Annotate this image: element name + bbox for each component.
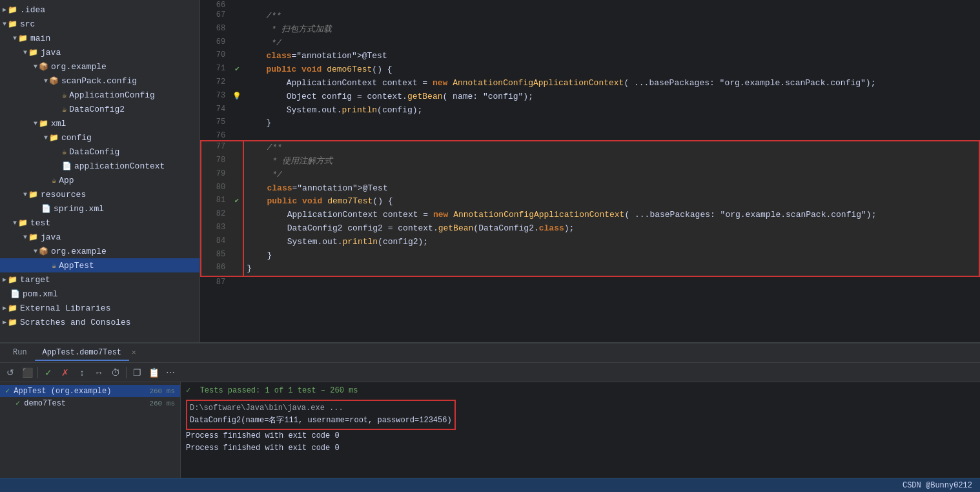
tree-item-ApplicationConfig[interactable]: ☕ ApplicationConfig xyxy=(0,88,199,102)
tree-arrow-config[interactable]: ▼ xyxy=(44,134,48,141)
tree-item-main[interactable]: ▼ 📁 main xyxy=(0,31,199,45)
tree-item-xml[interactable]: ▼ 📁 xml xyxy=(0,116,199,130)
tree-item-applicationContext[interactable]: 📄 applicationContext xyxy=(0,159,199,173)
line-number-82: 82 xyxy=(201,209,230,222)
tree-item-src[interactable]: ▼ 📁 src xyxy=(0,17,199,31)
code-content-76[interactable] xyxy=(243,130,979,141)
code-content-84[interactable]: System.out.println(config2); xyxy=(243,236,979,249)
tree-item-scanPack.config[interactable]: ▼ 📦 scanPack.config xyxy=(0,74,199,88)
code-content-68[interactable]: * 扫包方式加载 xyxy=(243,23,979,37)
toolbar-sort-btn[interactable]: ↕ xyxy=(74,365,90,380)
code-line-82: 82 ApplicationContext context = new Anno… xyxy=(201,209,979,222)
tree-arrow-xml[interactable]: ▼ xyxy=(34,120,37,127)
tree-item-ExternalLibraries[interactable]: ▶ 📁 External Libraries xyxy=(0,301,199,315)
tree-item-resources[interactable]: ▼ 📁 resources xyxy=(0,187,199,201)
tree-item-spring.xml[interactable]: 📄 spring.xml xyxy=(0,201,199,216)
code-content-86[interactable]: } xyxy=(243,262,979,276)
code-editor[interactable]: 6667 /**68 * 扫包方式加载69 */70 class="annota… xyxy=(200,0,980,342)
tree-item-ScratchesAndConsoles[interactable]: ▶ 📁 Scratches and Consoles xyxy=(0,315,199,329)
toolbar-check-btn[interactable]: ✓ xyxy=(41,365,56,380)
toolbar-time-btn[interactable]: ⏱ xyxy=(108,365,123,380)
code-content-78[interactable]: * 使用注解方式 xyxy=(243,155,979,169)
tree-item-org.example[interactable]: ▼ 📦 org.example xyxy=(0,59,199,74)
code-content-81[interactable]: public void demo7Test() { xyxy=(243,195,979,209)
code-content-83[interactable]: DataConfig2 config2 = context.getBean(Da… xyxy=(243,222,979,236)
code-line-71: 71✔ public void demo6Test() { xyxy=(201,63,979,77)
tab-close-btn[interactable]: ✕ xyxy=(129,345,139,360)
package-icon-org.example: 📦 xyxy=(39,62,48,72)
tree-item-java[interactable]: ▼ 📁 java xyxy=(0,45,199,59)
toolbar-more-btn[interactable]: ⋯ xyxy=(163,365,178,380)
console-area[interactable]: ✓ Tests passed: 1 of 1 test – 260 ms D:\… xyxy=(181,382,980,478)
line-icon-83 xyxy=(230,222,243,236)
toolbar-paste-btn[interactable]: 📋 xyxy=(146,365,161,380)
tree-item-test[interactable]: ▼ 📁 test xyxy=(0,216,199,230)
toolbar-copy-btn[interactable]: ❐ xyxy=(129,365,145,380)
test-tree-item[interactable]: ✓AppTest (org.example)260 ms xyxy=(0,385,180,397)
tree-item-org.example2[interactable]: ▼ 📦 org.example xyxy=(0,244,199,258)
code-content-71[interactable]: public void demo6Test() { xyxy=(243,63,979,77)
tree-arrow-java[interactable]: ▼ xyxy=(23,49,27,56)
code-content-82[interactable]: ApplicationContext context = new Annotat… xyxy=(243,209,979,222)
line-icon-86 xyxy=(230,262,243,276)
tree-item-App[interactable]: ☕ App xyxy=(0,173,199,187)
tree-arrow-ExternalLibraries[interactable]: ▶ xyxy=(3,304,6,312)
test-item-time: 260 ms xyxy=(149,387,175,395)
tree-arrow-org.example2[interactable]: ▼ xyxy=(34,248,37,255)
code-content-85[interactable]: } xyxy=(243,249,979,263)
tree-item-AppTest[interactable]: ☕ AppTest xyxy=(0,258,199,272)
line-icon-84 xyxy=(230,236,243,249)
code-content-79[interactable]: */ xyxy=(243,169,979,182)
tree-arrow-org.example[interactable]: ▼ xyxy=(34,63,37,70)
code-content-73[interactable]: Object config = context.getBean( name: "… xyxy=(243,90,979,104)
tree-item-idea[interactable]: ▶ 📁 .idea xyxy=(0,3,199,17)
tree-item-target[interactable]: ▶ 📁 target xyxy=(0,272,199,287)
toolbar-expand-btn[interactable]: ↔ xyxy=(91,365,107,380)
tree-arrow-scanPack.config[interactable]: ▼ xyxy=(44,77,48,85)
code-content-87[interactable] xyxy=(243,276,979,287)
tree-item-DataConfig2[interactable]: ☕ DataConfig2 xyxy=(0,102,199,116)
code-line-76: 76 xyxy=(201,130,979,141)
code-content-66[interactable] xyxy=(243,0,979,10)
java-icon-ApplicationConfig: ☕ xyxy=(62,90,66,100)
code-line-66: 66 xyxy=(201,0,979,10)
toolbar-rerun-btn[interactable]: ↺ xyxy=(3,365,18,380)
tree-arrow-ScratchesAndConsoles[interactable]: ▶ xyxy=(3,318,6,326)
tree-arrow-src[interactable]: ▼ xyxy=(3,21,6,28)
toolbar-cross-btn[interactable]: ✗ xyxy=(57,365,73,380)
test-tree[interactable]: ✓AppTest (org.example)260 ms✓demo7Test26… xyxy=(0,382,181,478)
line-number-69: 69 xyxy=(201,37,230,50)
tree-label-resources: resources xyxy=(41,190,86,200)
code-line-79: 79 */ xyxy=(201,169,979,182)
status-text: CSDN @Bunny0212 xyxy=(903,481,972,490)
code-content-69[interactable]: */ xyxy=(243,37,979,50)
line-number-75: 75 xyxy=(201,117,230,130)
tree-arrow-idea[interactable]: ▶ xyxy=(3,6,6,14)
code-content-75[interactable]: } xyxy=(243,117,979,130)
code-content-67[interactable]: /** xyxy=(243,10,979,23)
tree-item-pom.xml[interactable]: 📄 pom.xml xyxy=(0,287,199,301)
test-tree-item[interactable]: ✓demo7Test260 ms xyxy=(0,397,180,409)
tree-arrow-resources[interactable]: ▼ xyxy=(23,191,27,198)
tree-arrow-main[interactable]: ▼ xyxy=(13,35,17,42)
code-content-70[interactable]: class="annotation">@Test xyxy=(243,50,979,63)
line-icon-74 xyxy=(230,104,243,118)
console-highlight-block: D:\software\Java\bin\java.exe ...DataCon… xyxy=(186,400,456,429)
code-line-86: 86} xyxy=(201,262,979,276)
code-content-74[interactable]: System.out.println(config); xyxy=(243,104,979,118)
tree-item-DataConfig[interactable]: ☕ DataConfig xyxy=(0,145,199,159)
tree-item-config[interactable]: ▼ 📁 config xyxy=(0,130,199,145)
line-icon-80 xyxy=(230,182,243,196)
tree-item-java2[interactable]: ▼ 📁 java xyxy=(0,230,199,244)
tab-run[interactable]: Run xyxy=(5,345,35,361)
file-tree-sidebar[interactable]: ▶ 📁 .idea▼ 📁 src▼ 📁 main▼ 📁 java▼ 📦 org.… xyxy=(0,0,200,342)
toolbar-stop-btn[interactable]: ⬛ xyxy=(19,365,35,380)
tab-apptest[interactable]: AppTest.demo7Test xyxy=(35,345,129,361)
code-content-80[interactable]: class="annotation">@Test xyxy=(243,182,979,196)
tree-arrow-test[interactable]: ▼ xyxy=(13,220,17,227)
code-content-72[interactable]: ApplicationContext context = new Annotat… xyxy=(243,77,979,90)
tree-arrow-java2[interactable]: ▼ xyxy=(23,234,27,241)
tree-arrow-target[interactable]: ▶ xyxy=(3,276,6,283)
code-content-77[interactable]: /** xyxy=(243,141,979,155)
line-number-67: 67 xyxy=(201,10,230,23)
